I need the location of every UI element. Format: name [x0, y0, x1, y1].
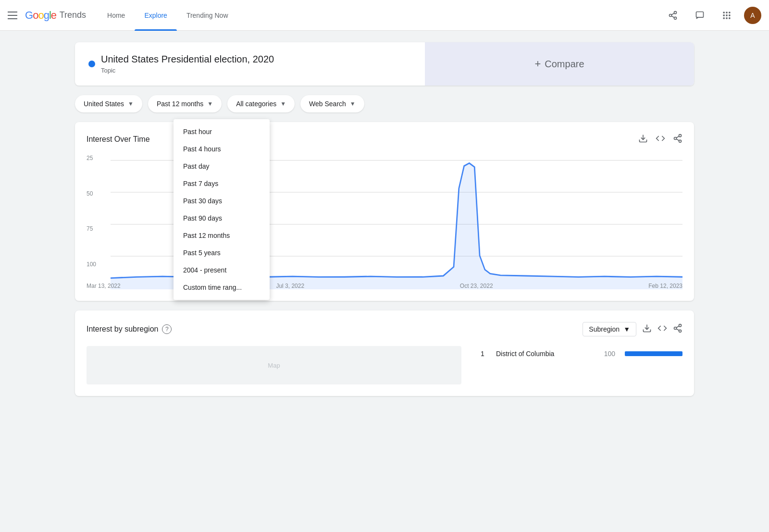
time-option-past-hour[interactable]: Past hour — [174, 123, 270, 140]
main-content: United States Presidential election, 202… — [67, 31, 702, 408]
time-filter[interactable]: Past 12 months ▼ — [148, 95, 222, 112]
compare-plus-icon: + — [534, 58, 541, 70]
subregion-bar-1 — [625, 351, 682, 356]
search-type-filter[interactable]: Web Search ▼ — [300, 95, 364, 112]
x-label-jul: Jul 3, 2022 — [276, 283, 304, 289]
share-chart-button[interactable] — [673, 134, 682, 145]
search-type-filter-label: Web Search — [309, 100, 346, 108]
time-option-past-30-days[interactable]: Past 30 days — [174, 192, 270, 210]
svg-rect-8 — [726, 12, 727, 13]
time-option-past-7-days[interactable]: Past 7 days — [174, 175, 270, 192]
svg-point-27 — [679, 324, 682, 327]
subregion-header: Interest by subregion ? Subregion ▼ — [87, 322, 682, 336]
embed-chart-button[interactable] — [656, 134, 665, 145]
interest-over-time-card: Interest Over Time — [75, 122, 694, 301]
y-label-100: 100 — [87, 261, 108, 268]
main-nav: Home Explore Trending Now — [98, 0, 663, 31]
filters-row: United States ▼ Past 12 months ▼ All cat… — [75, 95, 694, 112]
apps-icon[interactable] — [717, 6, 736, 25]
location-filter-arrow: ▼ — [128, 100, 134, 107]
time-option-past-day[interactable]: Past day — [174, 158, 270, 175]
svg-point-18 — [674, 137, 677, 140]
map-placeholder: Map — [268, 362, 280, 369]
category-filter-arrow: ▼ — [280, 100, 286, 107]
y-label-75: 75 — [87, 225, 108, 232]
svg-rect-7 — [723, 12, 725, 13]
subregion-list: 1 District of Columbia 100 — [481, 346, 682, 384]
hamburger-menu-icon[interactable] — [8, 12, 17, 19]
share-subregion-button[interactable] — [673, 323, 682, 335]
subregion-name-1: District of Columbia — [496, 350, 595, 358]
category-filter-label: All categories — [236, 100, 276, 108]
svg-line-4 — [671, 13, 674, 14]
chart-title: Interest Over Time — [87, 135, 150, 144]
search-term-type: Topic — [101, 67, 274, 74]
category-filter[interactable]: All categories ▼ — [227, 95, 295, 112]
time-option-custom[interactable]: Custom time rang... — [174, 279, 270, 296]
svg-line-31 — [676, 326, 679, 327]
svg-point-19 — [679, 140, 682, 142]
search-type-filter-arrow: ▼ — [350, 100, 356, 107]
svg-rect-5 — [696, 12, 704, 17]
svg-line-20 — [676, 139, 679, 140]
svg-point-17 — [679, 135, 682, 137]
svg-line-3 — [671, 16, 674, 17]
svg-point-28 — [674, 327, 677, 330]
subregion-rank-1: 1 — [481, 350, 490, 358]
subregion-filter-arrow: ▼ — [623, 325, 630, 333]
google-trends-logo: Google Trends — [25, 9, 86, 22]
header-actions: A — [663, 6, 761, 25]
search-dot — [88, 61, 95, 67]
user-avatar[interactable]: A — [744, 7, 761, 24]
x-label-oct: Oct 23, 2022 — [460, 283, 493, 289]
nav-trending-now[interactable]: Trending Now — [177, 0, 238, 31]
download-chart-button[interactable] — [638, 134, 648, 145]
compare-label: Compare — [545, 59, 584, 70]
time-option-past-90-days[interactable]: Past 90 days — [174, 210, 270, 227]
x-label-feb: Feb 12, 2023 — [648, 283, 682, 289]
svg-rect-11 — [726, 14, 727, 16]
y-axis-labels: 100 75 50 25 — [87, 155, 108, 270]
nav-explore[interactable]: Explore — [135, 0, 176, 31]
feedback-icon[interactable] — [690, 6, 709, 25]
subregion-actions: Subregion ▼ — [583, 322, 682, 336]
share-icon[interactable] — [663, 6, 682, 25]
svg-point-0 — [674, 11, 677, 13]
svg-rect-10 — [723, 14, 725, 16]
nav-home[interactable]: Home — [98, 0, 135, 31]
y-label-50: 50 — [87, 190, 108, 197]
compare-section[interactable]: + Compare — [425, 42, 694, 86]
svg-rect-12 — [729, 14, 730, 16]
svg-rect-14 — [726, 17, 727, 19]
logo-text: Google — [25, 9, 56, 22]
svg-point-1 — [670, 14, 672, 16]
download-subregion-button[interactable] — [642, 323, 652, 335]
chart-actions — [638, 134, 682, 145]
location-filter[interactable]: United States ▼ — [75, 95, 142, 112]
svg-point-2 — [674, 17, 677, 19]
subregion-title-row: Interest by subregion ? — [87, 324, 172, 334]
search-term-section: United States Presidential election, 202… — [75, 42, 425, 86]
time-option-past-4-hours[interactable]: Past 4 hours — [174, 140, 270, 158]
search-term-info: United States Presidential election, 202… — [101, 54, 274, 74]
time-option-2004-present[interactable]: 2004 - present — [174, 261, 270, 279]
subregion-row: 1 District of Columbia 100 — [481, 346, 682, 361]
svg-point-29 — [679, 330, 682, 332]
subregion-help-icon[interactable]: ? — [162, 324, 172, 334]
time-filter-arrow: ▼ — [207, 100, 213, 107]
x-label-mar: Mar 13, 2022 — [87, 283, 121, 289]
time-option-past-12-months[interactable]: Past 12 months — [174, 227, 270, 244]
subregion-filter-dropdown[interactable]: Subregion ▼ — [583, 322, 636, 336]
search-term-title: United States Presidential election, 202… — [101, 54, 274, 65]
time-dropdown-menu: Past hour Past 4 hours Past day Past 7 d… — [174, 119, 270, 300]
y-label-25: 25 — [87, 155, 108, 161]
time-option-past-5-years[interactable]: Past 5 years — [174, 244, 270, 261]
subregion-bar-container-1 — [625, 351, 682, 356]
svg-rect-13 — [723, 17, 725, 19]
svg-line-30 — [676, 329, 679, 330]
subregion-card: Interest by subregion ? Subregion ▼ — [75, 310, 694, 396]
subregion-score-1: 100 — [601, 350, 615, 358]
time-filter-label: Past 12 months — [157, 100, 203, 108]
embed-subregion-button[interactable] — [657, 323, 667, 335]
svg-rect-15 — [729, 17, 730, 19]
